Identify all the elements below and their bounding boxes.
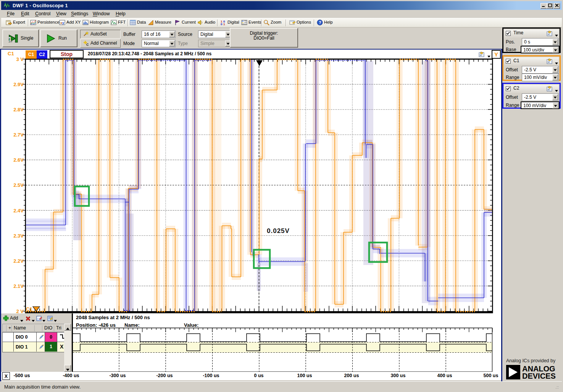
svg-text:0.025V: 0.025V: [267, 227, 290, 235]
svg-text:DEVICES: DEVICES: [522, 372, 556, 380]
svg-text:2.9V: 2.9V: [13, 82, 24, 87]
svg-text:C1: C1: [26, 306, 32, 312]
svg-text:2.6V: 2.6V: [13, 157, 24, 163]
svg-text:y: y: [62, 21, 64, 25]
svg-text:2.5V: 2.5V: [13, 182, 24, 188]
svg-text:3 V: 3 V: [16, 56, 24, 62]
svg-text:?: ?: [319, 20, 321, 25]
svg-text:2.4V: 2.4V: [13, 208, 24, 214]
svg-text:C: C: [86, 43, 89, 46]
svg-text:2.3V: 2.3V: [13, 233, 24, 239]
svg-text:2.8V: 2.8V: [13, 107, 24, 112]
svg-text:2.2V: 2.2V: [13, 258, 24, 264]
svg-text:1: 1: [223, 22, 225, 26]
svg-text:1: 1: [8, 36, 12, 43]
svg-text:2 V: 2 V: [16, 308, 24, 313]
svg-text:2.7V: 2.7V: [13, 132, 24, 138]
svg-text:2.1V: 2.1V: [13, 283, 24, 289]
svg-text:0: 0: [221, 22, 223, 26]
